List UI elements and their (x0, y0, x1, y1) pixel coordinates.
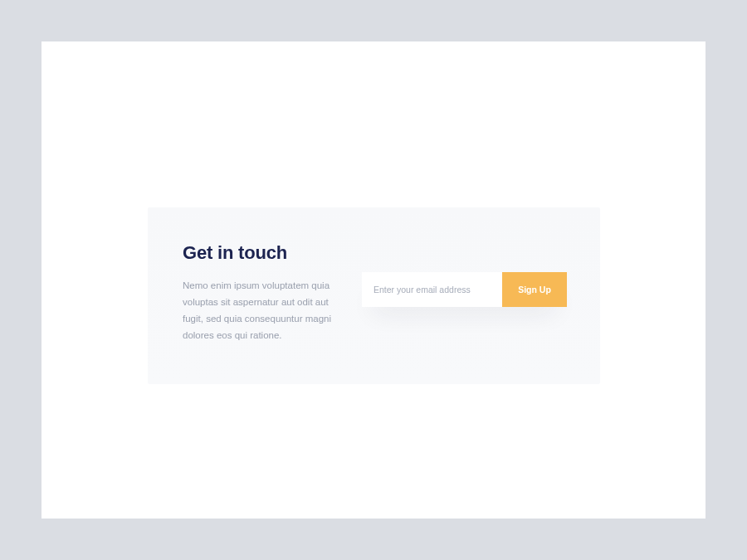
contact-body: Nemo enim ipsum voluptatem quia voluptas… (183, 277, 339, 344)
canvas: Get in touch Nemo enim ipsum voluptatem … (42, 41, 706, 519)
sign-up-button[interactable]: Sign Up (502, 272, 567, 307)
email-signup-form: Sign Up (362, 272, 567, 307)
contact-copy: Get in touch Nemo enim ipsum voluptatem … (183, 242, 339, 344)
email-input[interactable] (362, 272, 502, 307)
contact-card: Get in touch Nemo enim ipsum voluptatem … (148, 207, 600, 384)
contact-headline: Get in touch (183, 242, 339, 264)
